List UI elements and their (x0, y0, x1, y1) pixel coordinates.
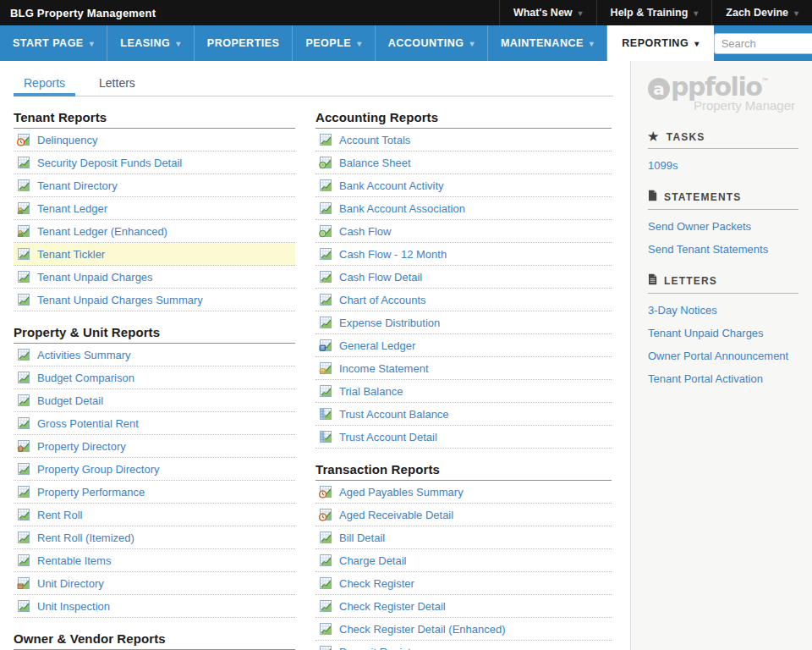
nav-item-accounting[interactable]: ACCOUNTING▾ (376, 25, 488, 61)
nav-item-start-page[interactable]: START PAGE▾ (0, 25, 107, 61)
report-link-bank-account-association[interactable]: Bank Account Association (315, 197, 612, 220)
top-menu-what-s-new[interactable]: What's New▾ (499, 0, 596, 25)
report-link-cash-flow-detail[interactable]: Cash Flow Detail (315, 266, 612, 289)
report-link-cash-flow[interactable]: Cash Flow (315, 220, 612, 243)
sidebar-link-send-tenant-statements[interactable]: Send Tenant Statements (648, 243, 798, 256)
report-link-deposit-register[interactable]: Deposit Register (315, 641, 612, 650)
report-link-label: Trust Account Balance (339, 408, 449, 421)
report-link-property-directory[interactable]: Property Directory (14, 435, 295, 458)
nav-item-label: REPORTING (622, 37, 689, 49)
report-coins-icon (319, 361, 332, 375)
sidebar-link-send-owner-packets[interactable]: Send Owner Packets (648, 220, 798, 233)
report-link-label: Check Register Detail (339, 600, 446, 613)
main-nav: START PAGE▾LEASING▾PROPERTIESPEOPLE▾ACCO… (0, 25, 812, 61)
report-link-label: Unit Inspection (37, 600, 110, 613)
file-lines-icon (648, 273, 657, 288)
report-link-chart-of-accounts[interactable]: Chart of Accounts (315, 289, 612, 311)
nav-item-people[interactable]: PEOPLE▾ (293, 25, 375, 61)
report-link-unit-directory[interactable]: Unit Directory (14, 572, 295, 595)
report-link-trial-balance[interactable]: Trial Balance (315, 380, 612, 403)
sidebar-heading-letters: LETTERS (648, 273, 798, 294)
report-book-icon (319, 339, 332, 352)
report-link-trust-account-balance[interactable]: Trust Account Balance (315, 403, 612, 426)
nav-item-reporting[interactable]: REPORTING▾ (607, 25, 713, 61)
report-link-delinquency[interactable]: Delinquency (14, 129, 295, 151)
report-link-budget-detail[interactable]: Budget Detail (14, 389, 295, 412)
report-link-budget-comparison[interactable]: Budget Comparison (14, 366, 295, 389)
section-heading-transaction-reports: Transaction Reports (315, 462, 612, 481)
report-link-label: Activities Summary (37, 349, 131, 361)
report-link-rent-roll[interactable]: Rent Roll (14, 504, 295, 526)
report-link-rentable-items[interactable]: Rentable Items (14, 549, 295, 572)
nav-item-properties[interactable]: PROPERTIES (195, 25, 294, 61)
report-link-check-register[interactable]: Check Register (315, 572, 612, 595)
tab-bar: ReportsLetters (14, 72, 613, 96)
report-link-label: Check Register (339, 577, 414, 590)
report-link-balance-sheet[interactable]: Balance Sheet (315, 151, 612, 174)
report-chart-icon (319, 531, 332, 544)
report-link-bill-detail[interactable]: Bill Detail (315, 526, 612, 549)
report-chart-icon (319, 247, 332, 261)
top-menu-help-training[interactable]: Help & Training▾ (596, 0, 712, 25)
report-link-property-performance[interactable]: Property Performance (14, 481, 295, 504)
report-chart-icon (17, 599, 30, 613)
report-link-cash-flow-12-month[interactable]: Cash Flow - 12 Month (315, 243, 612, 266)
report-link-account-totals[interactable]: Account Totals (315, 129, 612, 151)
report-columns: Tenant ReportsDelinquencySecurity Deposi… (14, 96, 613, 650)
report-link-tenant-directory[interactable]: Tenant Directory (14, 174, 295, 197)
report-link-aged-receivable-detail[interactable]: Aged Receivable Detail (315, 504, 612, 526)
report-link-check-register-detail[interactable]: Check Register Detail (315, 595, 612, 618)
tab-reports[interactable]: Reports (14, 72, 75, 96)
section-heading-property-unit-reports: Property & Unit Reports (14, 325, 295, 344)
report-link-property-group-directory[interactable]: Property Group Directory (14, 458, 295, 481)
nav-item-maintenance[interactable]: MAINTENANCE▾ (488, 25, 607, 61)
search-input[interactable] (714, 33, 812, 54)
report-chart-icon (319, 576, 332, 590)
report-chart-icon (17, 485, 30, 499)
report-link-security-deposit-funds-detail[interactable]: Security Deposit Funds Detail (14, 151, 295, 174)
sidebar-link-3-day-notices[interactable]: 3-Day Notices (648, 304, 798, 317)
report-link-bank-account-activity[interactable]: Bank Account Activity (315, 174, 612, 197)
nav-item-leasing[interactable]: LEASING▾ (107, 25, 195, 61)
report-link-check-register-detail-enhanced[interactable]: Check Register Detail (Enhanced) (315, 618, 612, 641)
sidebar-link-owner-portal-announcement[interactable]: Owner Portal Announcement (648, 350, 798, 362)
section-heading-owner-vendor-reports: Owner & Vendor Reports (14, 631, 295, 650)
top-menu-label: Zach Devine (726, 7, 788, 19)
report-column: Accounting ReportsAccount TotalsBalance … (315, 96, 612, 650)
chevron-down-icon: ▾ (590, 39, 595, 48)
report-link-label: Gross Potential Rent (37, 417, 139, 430)
top-menu-zach-devine[interactable]: Zach Devine▾ (711, 0, 812, 25)
report-link-gross-potential-rent[interactable]: Gross Potential Rent (14, 412, 295, 435)
report-link-general-ledger[interactable]: General Ledger (315, 334, 612, 357)
report-link-income-statement[interactable]: Income Statement (315, 357, 612, 380)
report-link-label: Tenant Ledger (37, 202, 107, 215)
sidebar-link-1099s[interactable]: 1099s (648, 159, 798, 172)
report-link-activities-summary[interactable]: Activities Summary (14, 344, 295, 366)
chevron-down-icon: ▾ (469, 39, 475, 48)
report-link-label: Cash Flow - 12 Month (339, 248, 447, 261)
report-link-tenant-ledger[interactable]: Tenant Ledger (14, 197, 295, 220)
report-link-label: Chart of Accounts (339, 294, 426, 306)
report-link-unit-inspection[interactable]: Unit Inspection (14, 595, 295, 618)
tab-letters[interactable]: Letters (89, 72, 145, 96)
report-link-tenant-tickler[interactable]: Tenant Tickler (14, 243, 295, 266)
report-link-tenant-unpaid-charges[interactable]: Tenant Unpaid Charges (14, 266, 295, 289)
sidebar-link-tenant-portal-activation[interactable]: Tenant Portal Activation (648, 372, 798, 385)
report-bluetable-icon (319, 430, 332, 443)
report-link-aged-payables-summary[interactable]: Aged Payables Summary (315, 481, 612, 504)
report-link-label: Aged Payables Summary (339, 486, 464, 499)
sidebar-heading-tasks: ★TASKS (648, 130, 798, 149)
report-link-charge-detail[interactable]: Charge Detail (315, 549, 612, 572)
report-link-label: Property Group Directory (37, 463, 160, 476)
nav-item-label: PROPERTIES (207, 37, 280, 49)
report-link-rent-roll-itemized[interactable]: Rent Roll (Itemized) (14, 526, 295, 549)
report-link-label: Rent Roll (37, 509, 82, 521)
report-person-icon (17, 224, 30, 238)
top-menu-label: Help & Training (611, 7, 689, 19)
sidebar-link-tenant-unpaid-charges[interactable]: Tenant Unpaid Charges (648, 327, 798, 339)
report-link-expense-distribution[interactable]: Expense Distribution (315, 311, 612, 334)
report-link-tenant-ledger-enhanced[interactable]: Tenant Ledger (Enhanced) (14, 220, 295, 243)
report-chart-icon (17, 462, 30, 476)
report-link-trust-account-detail[interactable]: Trust Account Detail (315, 426, 612, 449)
report-link-tenant-unpaid-charges-summary[interactable]: Tenant Unpaid Charges Summary (14, 289, 295, 311)
